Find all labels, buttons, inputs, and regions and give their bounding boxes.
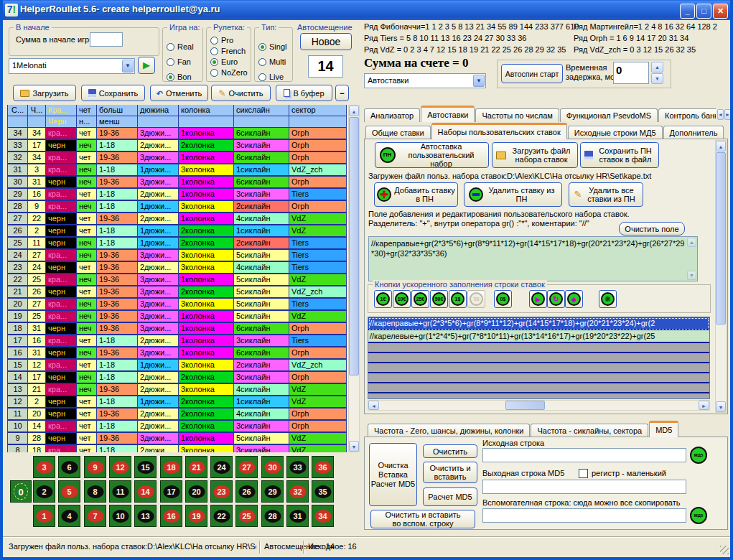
bets-list-empty-row[interactable] [368, 363, 709, 373]
board-cell-33[interactable]: 33 [286, 456, 309, 478]
board-cell-13[interactable]: 13 [134, 505, 157, 527]
table-row[interactable]: 262чернчет1-181дюжи...2колонка1сиклайнVd… [8, 225, 347, 238]
radio-icon[interactable] [258, 43, 266, 51]
tabs-scroll-right-icon[interactable]: ► [724, 109, 731, 120]
radio-roulette-Pro[interactable]: Pro [210, 36, 248, 45]
board-cell-34[interactable]: 34 [312, 505, 334, 527]
table-row[interactable]: 2916кра...чет1-182дюжи...1колонка3сиклай… [8, 189, 347, 201]
clear-field-button[interactable]: Очистить поле [619, 222, 685, 235]
tabs-scroll-left-icon[interactable]: ◄ [717, 109, 724, 120]
chevron-down-icon[interactable]: ▼ [122, 60, 134, 73]
board-cell-20[interactable]: 20 [185, 480, 207, 503]
table-scroll-up-icon[interactable]: ▲ [349, 106, 359, 116]
table-row[interactable]: 313кра...неч1-181дюжи...3колонка1сиклайн… [8, 164, 347, 177]
edit-scroll-down-icon[interactable]: ▼ [687, 271, 696, 280]
money-button-5$[interactable]: 5$ [467, 290, 485, 308]
collapse-button[interactable]: − [335, 85, 349, 101]
tab-freq-2[interactable]: Частота - сиклайны, сектора [531, 424, 648, 437]
radio-game_on-Real[interactable]: Real [167, 42, 194, 51]
radio-icon[interactable] [258, 58, 266, 66]
money-button-50€[interactable]: 50€ [430, 290, 448, 308]
md5-aux-input[interactable] [482, 508, 686, 523]
quick-random-button[interactable]: ❋ [599, 290, 617, 308]
radio-roulette-Euro[interactable]: Euro [210, 57, 248, 66]
radio-icon[interactable] [167, 43, 174, 51]
md5-clear-button[interactable]: Очистить [423, 444, 477, 458]
md5-clear-paste-aux-button[interactable]: Очистить и вставить во вспом. строку [370, 510, 475, 528]
board-cell-14[interactable]: 14 [134, 480, 157, 503]
autobet-user-set-button[interactable]: ПН Автоставка пользовательский набор [375, 142, 489, 168]
board-cell-10[interactable]: 10 [109, 505, 131, 527]
board-cell-6[interactable]: 6 [58, 456, 80, 478]
md5-calc-icon[interactable]: МД5 [690, 447, 707, 464]
money-button-25€[interactable]: 25€ [411, 290, 429, 308]
table-row[interactable]: 2722чернчет19-362дюжи...1колонка4сиклайн… [8, 213, 347, 225]
bets-list-empty-row[interactable] [368, 393, 709, 399]
copy-to-clipboard-button[interactable]: В буфер [276, 85, 332, 101]
board-cell-7[interactable]: 7 [84, 505, 106, 527]
panel-scroll-up-icon[interactable]: ▲ [716, 141, 726, 151]
quick-play-button[interactable]: ▶ [529, 290, 547, 308]
minimize-button[interactable]: _ [680, 4, 695, 19]
bets-list-empty-row[interactable] [368, 373, 709, 383]
board-cell-4[interactable]: 4 [58, 505, 80, 527]
zero-money-button[interactable]: 0$ [494, 290, 512, 308]
panel-scrollbar-thumb[interactable] [716, 152, 726, 325]
bets-scroll-right-icon[interactable]: ► [699, 401, 709, 410]
tab-main-2[interactable]: Автоставки [421, 106, 475, 122]
save-set-file-button[interactable]: Сохранить ПН ставок в файл [580, 142, 659, 168]
delete-all-bets-button[interactable]: ✎ Удалить все ставки из ПН [569, 182, 643, 207]
board-cell-22[interactable]: 22 [210, 505, 233, 527]
table-row[interactable]: 122чернчет1-181дюжи...2колонка1сиклайнVd… [8, 396, 347, 409]
board-cell-18[interactable]: 18 [160, 456, 182, 478]
table-row[interactable]: 1831черннеч19-363дюжи...1колонка6сиклайн… [8, 323, 347, 335]
bets-scroll-left-icon[interactable]: ◄ [368, 401, 379, 410]
money-button-1$[interactable]: 1$ [449, 290, 467, 308]
tab-sub-1[interactable]: Общие ставки [365, 126, 431, 139]
tab-main-3[interactable]: Частоты по числам [475, 108, 559, 122]
delay-down-icon[interactable]: ▼ [651, 73, 663, 84]
resize-grip[interactable] [720, 546, 729, 554]
board-cell-25[interactable]: 25 [235, 505, 258, 527]
table-row[interactable]: 2427кра...неч19-363дюжи...3колонка5сикла… [8, 250, 347, 262]
edit-scroll-up-icon[interactable]: ▲ [687, 238, 696, 247]
load-button[interactable]: Загрузить [13, 85, 76, 101]
save-button[interactable]: Сохранить [81, 85, 145, 101]
board-cell-9[interactable]: 9 [84, 456, 106, 478]
bets-list-item[interactable]: //кареправые+gr(2*3*5*6)+gr(8*9*11*12)+g… [368, 317, 709, 330]
radio-roulette-French[interactable]: French [210, 47, 248, 55]
board-cell-26[interactable]: 26 [235, 480, 258, 503]
table-row[interactable]: 1014кра...чет1-182дюжи...2колонка3сиклай… [8, 421, 347, 433]
table-scrollbar-thumb[interactable] [349, 117, 359, 375]
register-checkbox[interactable] [579, 469, 588, 478]
board-cell-0[interactable]: 0 [10, 480, 32, 503]
money-button-10€[interactable]: 10€ [393, 290, 411, 308]
bets-list-empty-row[interactable] [368, 343, 709, 353]
board-cell-21[interactable]: 21 [185, 456, 207, 478]
tab-freq-3[interactable]: MD5 [649, 421, 678, 437]
board-cell-17[interactable]: 17 [160, 480, 182, 503]
board-cell-8[interactable]: 8 [84, 480, 106, 503]
table-row[interactable]: 1716кра...чет1-182дюжи...1колонка3сиклай… [8, 335, 347, 347]
new-number-button[interactable]: Новое [300, 33, 352, 50]
radio-type-Multi[interactable]: Multi [258, 57, 286, 66]
board-cell-30[interactable]: 30 [261, 456, 284, 478]
table-scroll-down-icon[interactable]: ▼ [349, 441, 359, 452]
tab-main-1[interactable]: Анализатор [364, 108, 420, 122]
table-row[interactable]: 1631черннеч19-363дюжи...1колонка6сиклайн… [8, 347, 347, 360]
board-cell-1[interactable]: 1 [33, 505, 55, 527]
radio-icon[interactable] [210, 37, 218, 45]
table-row[interactable]: 928чернчет19-363дюжи...1колонка5сиклайнV… [8, 433, 347, 445]
bets-list[interactable]: //кареправые+gr(2*3*5*6)+gr(8*9*11*12)+g… [368, 317, 710, 399]
board-cell-24[interactable]: 24 [210, 456, 233, 478]
bets-list-empty-row[interactable] [368, 353, 709, 363]
strategy-combo[interactable]: 1Melonati ▼ [9, 58, 135, 74]
table-row[interactable]: 1120чернчет19-362дюжи...2колонка4сиклайн… [8, 409, 347, 421]
board-cell-27[interactable]: 27 [235, 456, 258, 478]
md5-big-button[interactable]: Очистка Вставка Расчет MD5 [369, 443, 417, 506]
md5-calc-button[interactable]: Расчет MD5 [423, 487, 477, 506]
tab-sub-4[interactable]: Дополнитель [663, 126, 724, 139]
md5-source-input[interactable] [482, 448, 686, 462]
delete-bet-button[interactable]: Удалить ставку из ПН [464, 182, 562, 207]
maximize-button[interactable]: □ [696, 4, 711, 19]
